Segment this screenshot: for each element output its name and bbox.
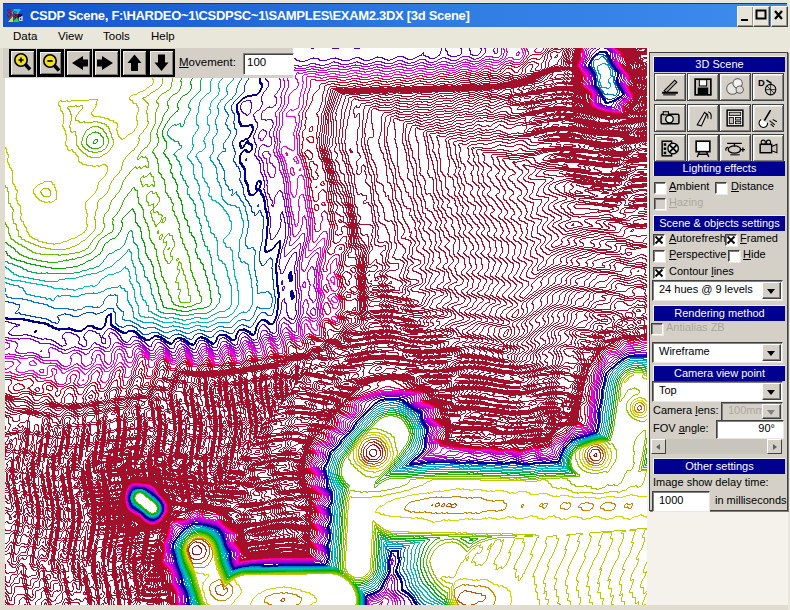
svg-text:3s: 3s	[7, 8, 19, 19]
svg-text:D: D	[758, 77, 765, 88]
svg-text:d: d	[19, 15, 23, 22]
